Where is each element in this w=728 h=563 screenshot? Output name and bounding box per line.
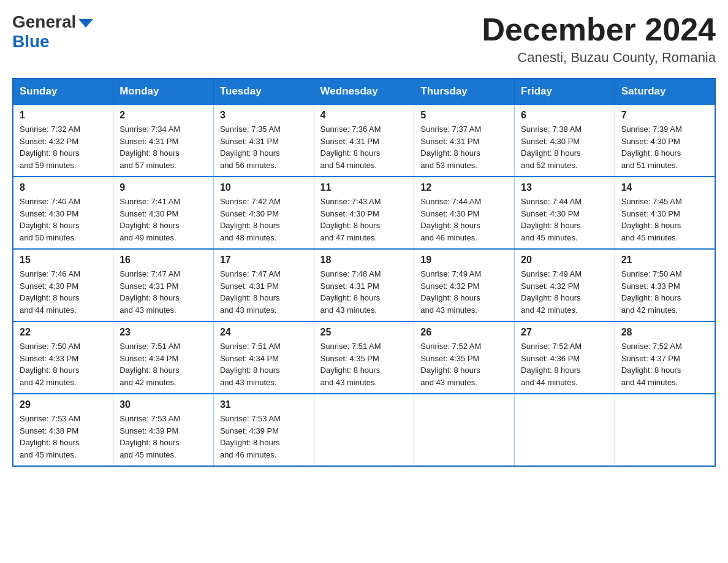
- day-info: Sunrise: 7:40 AMSunset: 4:30 PMDaylight:…: [20, 196, 107, 243]
- calendar-cell: 4Sunrise: 7:36 AMSunset: 4:31 PMDaylight…: [314, 104, 414, 177]
- calendar-cell: 3Sunrise: 7:35 AMSunset: 4:31 PMDaylight…: [213, 104, 314, 177]
- logo-blue-text: Blue: [12, 32, 50, 52]
- calendar-table: SundayMondayTuesdayWednesdayThursdayFrid…: [12, 78, 716, 467]
- calendar-cell: [615, 394, 715, 466]
- calendar-cell: 9Sunrise: 7:41 AMSunset: 4:30 PMDaylight…: [113, 177, 214, 249]
- location-title: Canesti, Buzau County, Romania: [482, 50, 716, 66]
- day-info: Sunrise: 7:35 AMSunset: 4:31 PMDaylight:…: [220, 123, 308, 171]
- day-number: 23: [119, 327, 207, 338]
- day-info: Sunrise: 7:51 AMSunset: 4:34 PMDaylight:…: [220, 340, 308, 388]
- title-block: December 2024 Canesti, Buzau County, Rom…: [482, 12, 716, 66]
- logo-arrow-icon: [78, 19, 93, 28]
- calendar-cell: 23Sunrise: 7:51 AMSunset: 4:34 PMDayligh…: [113, 321, 214, 394]
- week-row-1: 1Sunrise: 7:32 AMSunset: 4:32 PMDaylight…: [13, 104, 715, 177]
- calendar-cell: 1Sunrise: 7:32 AMSunset: 4:32 PMDaylight…: [13, 104, 113, 177]
- calendar-cell: 10Sunrise: 7:42 AMSunset: 4:30 PMDayligh…: [213, 177, 314, 249]
- day-number: 21: [621, 255, 708, 266]
- col-header-tuesday: Tuesday: [213, 79, 314, 104]
- page-header: General Blue December 2024 Canesti, Buza…: [12, 12, 716, 66]
- col-header-friday: Friday: [515, 79, 615, 104]
- day-number: 18: [320, 255, 408, 266]
- day-info: Sunrise: 7:53 AMSunset: 4:39 PMDaylight:…: [119, 413, 207, 461]
- day-info: Sunrise: 7:36 AMSunset: 4:31 PMDaylight:…: [320, 123, 408, 171]
- day-info: Sunrise: 7:47 AMSunset: 4:31 PMDaylight:…: [220, 268, 308, 316]
- day-number: 31: [220, 399, 308, 410]
- day-number: 8: [20, 182, 107, 193]
- day-info: Sunrise: 7:49 AMSunset: 4:32 PMDaylight:…: [521, 268, 609, 316]
- calendar-cell: 8Sunrise: 7:40 AMSunset: 4:30 PMDaylight…: [13, 177, 113, 249]
- day-number: 20: [521, 255, 609, 266]
- day-info: Sunrise: 7:53 AMSunset: 4:39 PMDaylight:…: [220, 413, 308, 461]
- day-number: 7: [621, 110, 708, 121]
- day-number: 5: [420, 110, 508, 121]
- day-info: Sunrise: 7:47 AMSunset: 4:31 PMDaylight:…: [119, 268, 207, 316]
- day-number: 25: [320, 327, 408, 338]
- day-number: 14: [621, 182, 708, 193]
- week-row-3: 15Sunrise: 7:46 AMSunset: 4:30 PMDayligh…: [13, 249, 715, 321]
- day-info: Sunrise: 7:51 AMSunset: 4:35 PMDaylight:…: [320, 340, 408, 388]
- logo-general: General: [12, 12, 93, 32]
- day-number: 30: [119, 399, 207, 410]
- calendar-cell: 13Sunrise: 7:44 AMSunset: 4:30 PMDayligh…: [515, 177, 615, 249]
- calendar-cell: 18Sunrise: 7:48 AMSunset: 4:31 PMDayligh…: [314, 249, 414, 321]
- calendar-cell: 7Sunrise: 7:39 AMSunset: 4:30 PMDaylight…: [615, 104, 715, 177]
- day-info: Sunrise: 7:49 AMSunset: 4:32 PMDaylight:…: [420, 268, 508, 316]
- calendar-cell: 21Sunrise: 7:50 AMSunset: 4:33 PMDayligh…: [615, 249, 715, 321]
- calendar-cell: 27Sunrise: 7:52 AMSunset: 4:36 PMDayligh…: [515, 321, 615, 394]
- calendar-cell: 6Sunrise: 7:38 AMSunset: 4:30 PMDaylight…: [515, 104, 615, 177]
- calendar-cell: 28Sunrise: 7:52 AMSunset: 4:37 PMDayligh…: [615, 321, 715, 394]
- day-number: 1: [20, 110, 107, 121]
- day-number: 3: [220, 110, 308, 121]
- calendar-cell: 5Sunrise: 7:37 AMSunset: 4:31 PMDaylight…: [414, 104, 515, 177]
- col-header-thursday: Thursday: [414, 79, 515, 104]
- day-info: Sunrise: 7:52 AMSunset: 4:37 PMDaylight:…: [621, 340, 708, 388]
- day-number: 6: [521, 110, 609, 121]
- calendar-cell: 16Sunrise: 7:47 AMSunset: 4:31 PMDayligh…: [113, 249, 214, 321]
- day-number: 19: [420, 255, 508, 266]
- calendar-cell: 22Sunrise: 7:50 AMSunset: 4:33 PMDayligh…: [13, 321, 113, 394]
- calendar-cell: 25Sunrise: 7:51 AMSunset: 4:35 PMDayligh…: [314, 321, 414, 394]
- day-number: 10: [220, 182, 308, 193]
- calendar-cell: [414, 394, 515, 466]
- day-number: 22: [20, 327, 107, 338]
- day-number: 9: [119, 182, 207, 193]
- calendar-cell: 24Sunrise: 7:51 AMSunset: 4:34 PMDayligh…: [213, 321, 314, 394]
- logo: General Blue: [12, 12, 93, 52]
- day-number: 2: [119, 110, 207, 121]
- day-number: 16: [119, 255, 207, 266]
- day-info: Sunrise: 7:42 AMSunset: 4:30 PMDaylight:…: [220, 196, 308, 243]
- day-info: Sunrise: 7:43 AMSunset: 4:30 PMDaylight:…: [320, 196, 408, 243]
- day-info: Sunrise: 7:50 AMSunset: 4:33 PMDaylight:…: [621, 268, 708, 316]
- calendar-cell: [515, 394, 615, 466]
- col-header-saturday: Saturday: [615, 79, 715, 104]
- calendar-cell: 11Sunrise: 7:43 AMSunset: 4:30 PMDayligh…: [314, 177, 414, 249]
- day-info: Sunrise: 7:38 AMSunset: 4:30 PMDaylight:…: [521, 123, 609, 171]
- day-info: Sunrise: 7:51 AMSunset: 4:34 PMDaylight:…: [119, 340, 207, 388]
- day-number: 28: [621, 327, 708, 338]
- day-info: Sunrise: 7:34 AMSunset: 4:31 PMDaylight:…: [119, 123, 207, 171]
- day-number: 27: [521, 327, 609, 338]
- col-header-sunday: Sunday: [13, 79, 113, 104]
- month-title: December 2024: [482, 12, 716, 47]
- day-number: 17: [220, 255, 308, 266]
- day-info: Sunrise: 7:50 AMSunset: 4:33 PMDaylight:…: [20, 340, 107, 388]
- calendar-cell: 14Sunrise: 7:45 AMSunset: 4:30 PMDayligh…: [615, 177, 715, 249]
- week-row-5: 29Sunrise: 7:53 AMSunset: 4:38 PMDayligh…: [13, 394, 715, 466]
- day-info: Sunrise: 7:39 AMSunset: 4:30 PMDaylight:…: [621, 123, 708, 171]
- col-header-wednesday: Wednesday: [314, 79, 414, 104]
- day-number: 4: [320, 110, 408, 121]
- day-info: Sunrise: 7:46 AMSunset: 4:30 PMDaylight:…: [20, 268, 107, 316]
- day-number: 12: [420, 182, 508, 193]
- day-info: Sunrise: 7:32 AMSunset: 4:32 PMDaylight:…: [20, 123, 107, 171]
- day-info: Sunrise: 7:44 AMSunset: 4:30 PMDaylight:…: [420, 196, 508, 243]
- day-info: Sunrise: 7:53 AMSunset: 4:38 PMDaylight:…: [20, 413, 107, 461]
- calendar-cell: 26Sunrise: 7:52 AMSunset: 4:35 PMDayligh…: [414, 321, 515, 394]
- day-info: Sunrise: 7:52 AMSunset: 4:35 PMDaylight:…: [420, 340, 508, 388]
- calendar-cell: [314, 394, 414, 466]
- calendar-cell: 31Sunrise: 7:53 AMSunset: 4:39 PMDayligh…: [213, 394, 314, 466]
- day-info: Sunrise: 7:48 AMSunset: 4:31 PMDaylight:…: [320, 268, 408, 316]
- day-number: 13: [521, 182, 609, 193]
- calendar-cell: 15Sunrise: 7:46 AMSunset: 4:30 PMDayligh…: [13, 249, 113, 321]
- calendar-cell: 29Sunrise: 7:53 AMSunset: 4:38 PMDayligh…: [13, 394, 113, 466]
- calendar-cell: 20Sunrise: 7:49 AMSunset: 4:32 PMDayligh…: [515, 249, 615, 321]
